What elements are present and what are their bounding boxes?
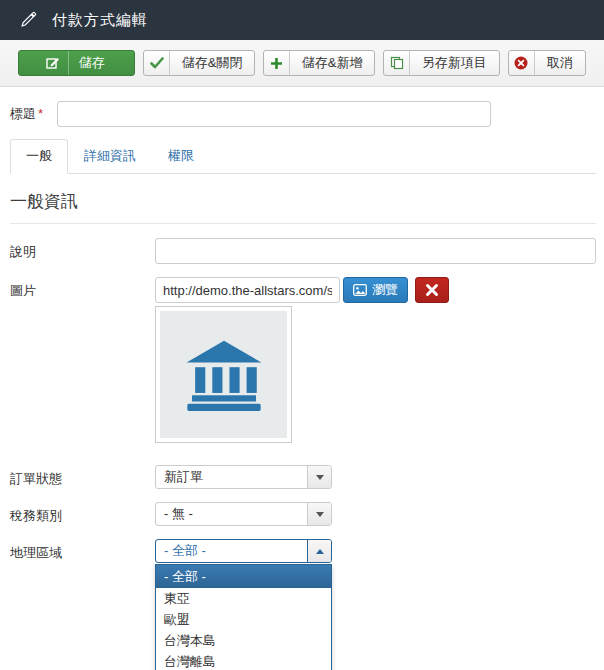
save-button-label: 儲存 [69, 54, 115, 72]
title-input[interactable] [57, 101, 491, 127]
description-field-row: 說明 [10, 238, 596, 264]
image-preview-row [10, 306, 596, 443]
tab-bar: 一般 詳細資訊 權限 [10, 139, 596, 174]
cancel-button[interactable]: 取消 [508, 50, 586, 76]
dropdown-option-taiwan-islands[interactable]: 台灣離島 [156, 651, 331, 670]
tab-details[interactable]: 詳細資訊 [68, 139, 152, 174]
section-heading: 一般資訊 [10, 190, 596, 224]
dropdown-option-taiwan-main[interactable]: 台灣本島 [156, 630, 331, 651]
plus-icon [264, 51, 289, 75]
save-copy-button[interactable]: 另存新項目 [383, 50, 499, 76]
dropdown-option-all[interactable]: - 全部 - [156, 565, 331, 588]
toolbar: 儲存 儲存&關閉 儲存&新增 另存新項目 [0, 40, 604, 87]
description-input[interactable] [155, 238, 596, 264]
tax-category-value: - 無 - [156, 505, 193, 523]
browse-button-label: 瀏覽 [372, 281, 398, 299]
geo-zone-value: - 全部 - [156, 542, 206, 560]
cancel-button-label: 取消 [535, 54, 585, 72]
order-status-field-row: 訂單狀態 新訂單 [10, 465, 596, 489]
page-header: 付款方式編輯 [0, 0, 604, 40]
edit-form: 標題* 一般 詳細資訊 權限 一般資訊 說明 圖片 [0, 87, 604, 563]
save-icon [39, 51, 69, 75]
geo-zone-select[interactable]: - 全部 - - 全部 - 東亞 歐盟 台灣本島 台灣離島 台灣 [155, 539, 332, 563]
required-asterisk: * [38, 106, 43, 121]
tab-general[interactable]: 一般 [10, 139, 68, 174]
chevron-down-icon [307, 503, 331, 525]
description-label: 說明 [10, 238, 155, 261]
order-status-label: 訂單狀態 [10, 465, 155, 488]
title-field-label: 標題* [10, 105, 43, 123]
cancel-icon [509, 51, 535, 75]
tab-permissions[interactable]: 權限 [152, 139, 210, 174]
dropdown-option-east-asia[interactable]: 東亞 [156, 588, 331, 609]
save-new-button[interactable]: 儲存&新增 [263, 50, 375, 76]
bank-icon [185, 339, 263, 411]
save-close-button[interactable]: 儲存&關閉 [143, 50, 255, 76]
browse-button[interactable]: 瀏覽 [343, 277, 408, 303]
save-close-button-label: 儲存&關閉 [170, 54, 255, 72]
save-button[interactable]: 儲存 [18, 50, 135, 76]
image-url-input[interactable] [155, 277, 340, 303]
chevron-up-icon [307, 540, 331, 562]
order-status-value: 新訂單 [156, 468, 203, 486]
image-preview-frame [155, 306, 292, 443]
order-status-select[interactable]: 新訂單 [155, 465, 332, 489]
copy-icon [384, 51, 409, 75]
title-field-row: 標題* [10, 101, 596, 127]
chevron-down-icon [307, 466, 331, 488]
x-icon [425, 283, 439, 297]
save-copy-button-label: 另存新項目 [410, 54, 499, 72]
image-field-row: 圖片 瀏覽 [10, 277, 596, 303]
image-label: 圖片 [10, 277, 155, 300]
page-title: 付款方式編輯 [52, 11, 148, 30]
tax-category-field-row: 稅務類別 - 無 - [10, 502, 596, 526]
tax-category-select[interactable]: - 無 - [155, 502, 332, 526]
geo-zone-label: 地理區域 [10, 539, 155, 562]
remove-image-button[interactable] [415, 277, 449, 303]
geo-zone-dropdown: - 全部 - 東亞 歐盟 台灣本島 台灣離島 台灣 [155, 564, 332, 670]
save-new-button-label: 儲存&新增 [290, 54, 375, 72]
pencil-icon [18, 10, 38, 30]
image-preview [160, 311, 287, 438]
dropdown-option-eu[interactable]: 歐盟 [156, 609, 331, 630]
check-icon [144, 51, 169, 75]
geo-zone-field-row: 地理區域 - 全部 - - 全部 - 東亞 歐盟 台灣本島 台灣離島 台灣 [10, 539, 596, 563]
tax-category-label: 稅務類別 [10, 502, 155, 525]
picture-icon [353, 284, 367, 296]
